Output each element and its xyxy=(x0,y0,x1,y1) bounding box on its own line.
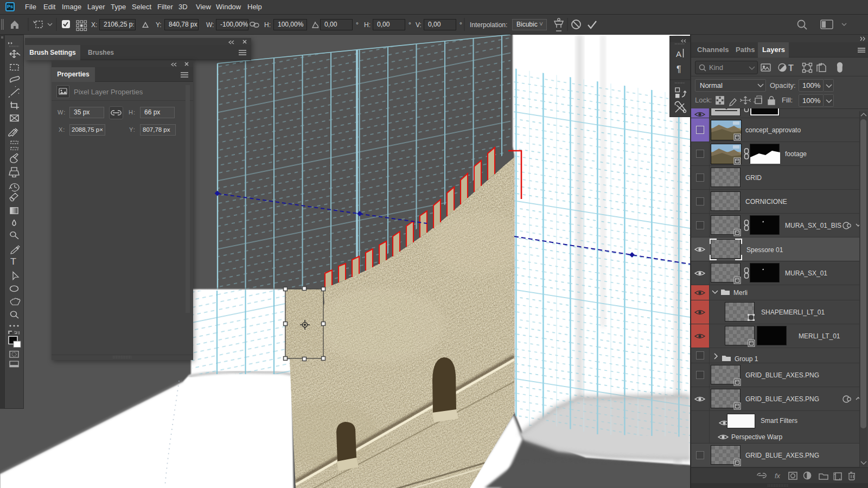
svg-text:A: A xyxy=(676,49,681,59)
svg-text:T: T xyxy=(788,63,794,73)
svg-text:T: T xyxy=(10,257,16,267)
svg-text:¶: ¶ xyxy=(676,65,681,74)
svg-text:fx: fx xyxy=(775,472,781,480)
